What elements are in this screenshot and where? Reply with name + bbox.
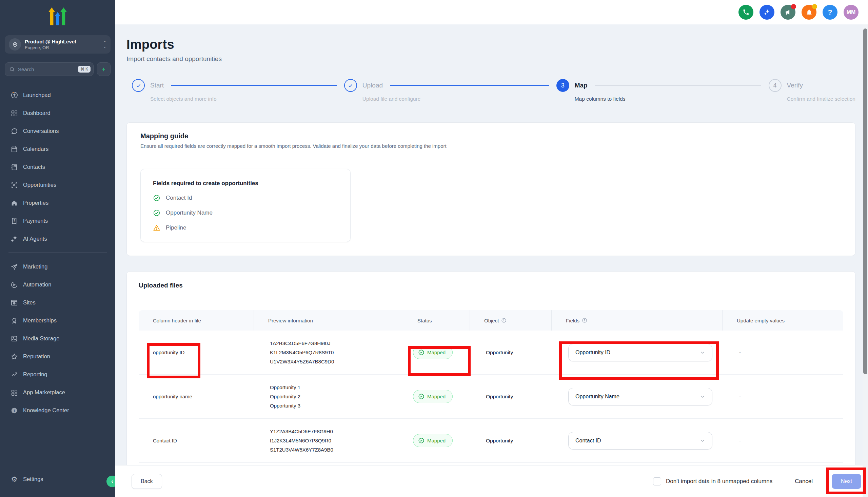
help-button[interactable]: ? bbox=[823, 5, 838, 20]
table-row: opportunity ID 1A2B3C4D5E6F7G8H9I0J K1L2… bbox=[139, 330, 843, 374]
mapping-guide-title: Mapping guide bbox=[140, 132, 842, 140]
table-header-row: Column header in file Preview informatio… bbox=[139, 310, 843, 330]
calendar-icon bbox=[10, 145, 18, 153]
page-subtitle: Import contacts and opportunities bbox=[127, 55, 855, 63]
sidebar-item-contacts[interactable]: Contacts bbox=[0, 158, 115, 176]
required-fields-card: Fields required to create opportunities … bbox=[140, 169, 351, 242]
step-map[interactable]: 3 Map Map columns to fields bbox=[556, 79, 769, 102]
check-circle-icon bbox=[153, 194, 160, 202]
sidebar-item-automation[interactable]: Automation bbox=[0, 275, 115, 294]
user-avatar[interactable]: MM bbox=[843, 5, 858, 20]
step-sublabel: Select objects and more info bbox=[150, 96, 344, 102]
step-upload[interactable]: Upload Upload file and configure bbox=[344, 79, 556, 102]
search-icon bbox=[9, 67, 15, 72]
required-field-label: Pipeline bbox=[166, 224, 186, 231]
chevron-left-icon: ‹ bbox=[111, 478, 113, 485]
sidebar-item-label: Reporting bbox=[23, 371, 47, 378]
sidebar-nav: Launchpad Dashboard Conversations Calend… bbox=[0, 86, 115, 420]
account-switcher[interactable]: Product @ HighLevel Eugene, OR ⌃⌃ bbox=[5, 35, 111, 54]
col-header-column-header: Column header in file bbox=[139, 310, 254, 330]
sidebar-item-marketing[interactable]: Marketing bbox=[0, 258, 115, 275]
cell-field: Opportunity Name bbox=[551, 388, 722, 406]
chat-bubble-icon bbox=[10, 127, 18, 135]
sidebar-item-memberships[interactable]: Memberships bbox=[0, 312, 115, 329]
status-badge: Mapped bbox=[413, 346, 453, 359]
notification-dot bbox=[791, 4, 796, 9]
step-start[interactable]: Start Select objects and more info bbox=[132, 79, 344, 102]
highlevel-logo-icon bbox=[47, 7, 68, 26]
warning-triangle-icon bbox=[153, 224, 160, 231]
step-connector bbox=[171, 85, 337, 86]
cell-preview: Y1Z2A3B4C5D6E7F8G9H0 I1J2K3L4M5N6O7P8Q9R… bbox=[254, 427, 403, 454]
field-select[interactable]: Opportunity ID bbox=[568, 344, 712, 361]
scrollbar-track[interactable] bbox=[863, 25, 868, 497]
page-title: Imports bbox=[127, 37, 855, 52]
dont-import-checkbox[interactable] bbox=[653, 477, 661, 485]
sidebar-item-opportunities[interactable]: Opportunities bbox=[0, 176, 115, 194]
import-stepper: Start Select objects and more info Uploa… bbox=[127, 79, 855, 102]
required-field-item: Pipeline bbox=[153, 224, 338, 231]
quick-actions-button[interactable] bbox=[97, 62, 111, 76]
status-badge: Mapped bbox=[413, 434, 453, 447]
award-ribbon-icon bbox=[10, 317, 18, 325]
step-check-icon bbox=[132, 79, 145, 92]
sidebar-item-calendars[interactable]: Calendars bbox=[0, 140, 115, 158]
sidebar-item-reporting[interactable]: Reporting bbox=[0, 366, 115, 383]
sidebar-item-media-storage[interactable]: Media Storage bbox=[0, 329, 115, 347]
account-name: Product @ HighLevel bbox=[25, 39, 103, 44]
dont-import-label: Don't import data in 8 unmapped columns bbox=[666, 478, 772, 485]
sidebar-item-app-marketplace[interactable]: App Marketplace bbox=[0, 383, 115, 401]
check-circle-icon bbox=[153, 209, 160, 217]
house-icon bbox=[10, 199, 18, 207]
field-select[interactable]: Contact ID bbox=[568, 432, 712, 450]
sidebar-item-ai-agents[interactable]: AI Agents bbox=[0, 230, 115, 248]
step-verify[interactable]: 4 Verify Confirm and finalize selection bbox=[769, 79, 855, 102]
svg-text:$: $ bbox=[14, 219, 15, 222]
sidebar-item-settings[interactable]: ⚙ Settings bbox=[0, 470, 115, 488]
location-pin-icon bbox=[9, 38, 21, 51]
sidebar-item-knowledge-center[interactable]: i Knowledge Center bbox=[0, 401, 115, 420]
chevron-down-icon bbox=[700, 350, 705, 355]
sidebar-item-sites[interactable]: Sites bbox=[0, 294, 115, 312]
info-icon[interactable] bbox=[582, 318, 587, 323]
cell-column-header: opportunity name bbox=[139, 394, 254, 399]
lightning-bolt-icon bbox=[101, 67, 107, 72]
sidebar-item-label: App Marketplace bbox=[23, 389, 65, 396]
invoice-icon: $ bbox=[10, 217, 18, 225]
sidebar-item-payments[interactable]: $ Payments bbox=[0, 212, 115, 230]
svg-text:i: i bbox=[14, 409, 15, 413]
sidebar-item-label: Properties bbox=[23, 200, 48, 206]
cell-column-header: opportunity ID bbox=[139, 350, 254, 355]
phone-button[interactable] bbox=[739, 5, 753, 20]
chevron-down-icon bbox=[700, 394, 705, 399]
cell-preview: 1A2B3C4D5E6F7G8H9I0J K1L2M3N4O5P6Q7R8S9T… bbox=[254, 339, 403, 366]
notification-dot bbox=[812, 4, 817, 9]
star-icon bbox=[10, 353, 18, 361]
sidebar-item-label: Contacts bbox=[23, 164, 45, 170]
cancel-button[interactable]: Cancel bbox=[795, 478, 813, 485]
notifications-button[interactable] bbox=[801, 5, 816, 20]
ai-sparkles-button[interactable] bbox=[759, 5, 774, 20]
grid-icon bbox=[10, 388, 18, 397]
sidebar-item-launchpad[interactable]: Launchpad bbox=[0, 86, 115, 104]
cell-update-empty: - bbox=[722, 394, 843, 399]
next-button[interactable]: Next bbox=[832, 474, 861, 489]
back-button[interactable]: Back bbox=[131, 474, 162, 489]
field-select[interactable]: Opportunity Name bbox=[568, 388, 712, 406]
sidebar-item-label: AI Agents bbox=[23, 236, 47, 242]
search-input[interactable]: Search ⌘ K bbox=[5, 62, 94, 76]
sidebar-item-conversations[interactable]: Conversations bbox=[0, 122, 115, 140]
cell-update-empty: - bbox=[722, 438, 843, 443]
info-icon[interactable] bbox=[501, 318, 507, 323]
sidebar-item-label: Calendars bbox=[23, 146, 48, 152]
sidebar-item-properties[interactable]: Properties bbox=[0, 194, 115, 212]
announcements-button[interactable] bbox=[781, 5, 795, 20]
scrollbar-thumb[interactable] bbox=[863, 28, 867, 374]
col-header-update-empty: Update empty values bbox=[722, 310, 843, 330]
sidebar-item-reputation[interactable]: Reputation bbox=[0, 347, 115, 366]
col-header-fields: Fields bbox=[551, 310, 722, 330]
search-placeholder: Search bbox=[18, 67, 78, 72]
topbar: ? MM bbox=[115, 0, 868, 25]
sidebar-item-dashboard[interactable]: Dashboard bbox=[0, 104, 115, 122]
sidebar-item-label: Conversations bbox=[23, 128, 59, 134]
